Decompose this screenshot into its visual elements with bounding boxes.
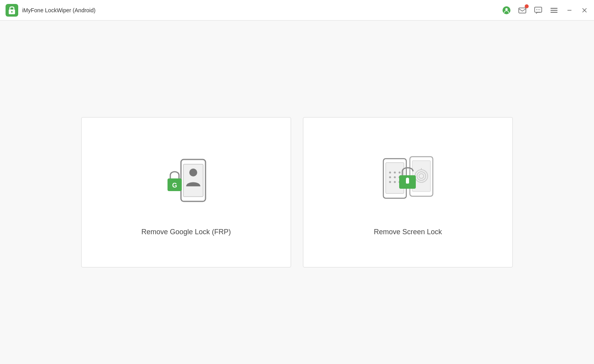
screen-lock-icon — [376, 149, 440, 212]
svg-point-32 — [389, 176, 391, 178]
svg-point-33 — [394, 176, 396, 178]
frp-card-label: Remove Google Lock (FRP) — [141, 228, 231, 236]
svg-point-8 — [538, 9, 539, 10]
svg-point-9 — [539, 9, 540, 10]
svg-point-30 — [394, 171, 396, 173]
mail-icon-wrapper[interactable] — [518, 6, 527, 15]
titlebar: iMyFone LockWiper (Android) — [0, 0, 594, 21]
svg-point-29 — [389, 171, 391, 173]
cards-container: G Remove Google Lock (FRP) — [81, 117, 513, 267]
screen-lock-card-label: Remove Screen Lock — [374, 228, 442, 236]
chat-icon[interactable] — [534, 6, 543, 15]
frp-card[interactable]: G Remove Google Lock (FRP) — [81, 117, 291, 267]
app-title: iMyFone LockWiper (Android) — [22, 7, 95, 13]
mail-badge — [525, 4, 529, 8]
svg-point-2 — [11, 11, 13, 13]
svg-text:G: G — [172, 182, 177, 189]
titlebar-right — [502, 6, 588, 15]
titlebar-left: iMyFone LockWiper (Android) — [6, 4, 95, 17]
menu-icon[interactable] — [550, 6, 558, 15]
svg-point-31 — [399, 171, 401, 173]
frp-icon: G — [154, 149, 218, 212]
app-logo-icon — [6, 4, 18, 17]
screen-lock-card[interactable]: Remove Screen Lock — [303, 117, 513, 267]
svg-point-18 — [189, 169, 197, 176]
svg-rect-5 — [519, 8, 526, 13]
close-button[interactable] — [581, 6, 588, 14]
svg-point-7 — [536, 9, 537, 10]
svg-point-4 — [505, 8, 508, 10]
svg-point-40 — [406, 178, 409, 181]
main-content: G Remove Google Lock (FRP) — [0, 21, 594, 364]
profile-icon[interactable] — [502, 6, 511, 15]
minimize-button[interactable] — [565, 6, 573, 14]
svg-point-35 — [389, 181, 391, 183]
svg-point-36 — [394, 181, 396, 183]
